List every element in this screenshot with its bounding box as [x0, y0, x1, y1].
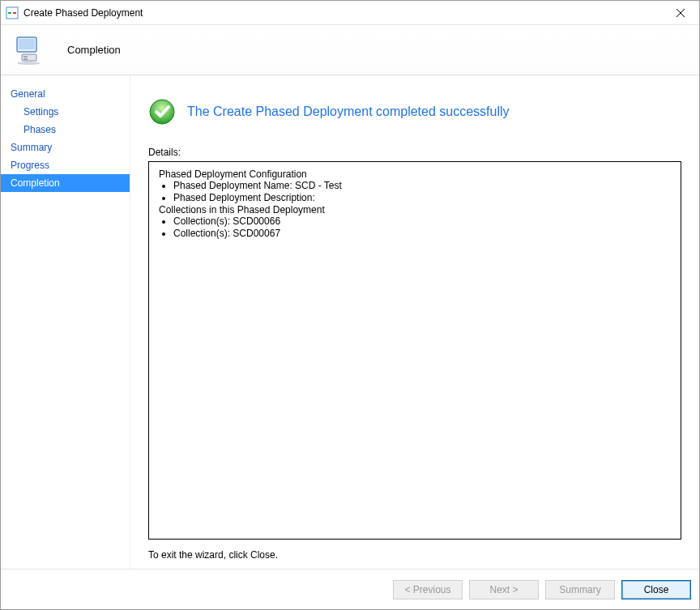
window-title: Create Phased Deployment	[23, 7, 143, 19]
details-collection-1: Collection(s): SCD00066	[173, 215, 671, 228]
previous-button: < Previous	[393, 580, 463, 599]
details-box[interactable]: Phased Deployment Configuration Phased D…	[148, 161, 681, 540]
details-config-header: Phased Deployment Configuration	[159, 168, 671, 180]
footer: < Previous Next > Summary Close	[1, 569, 699, 609]
sidebar-item-phases[interactable]: Phases	[1, 121, 130, 139]
close-icon	[677, 9, 685, 17]
titlebar: Create Phased Deployment	[1, 1, 699, 25]
details-desc-line: Phased Deployment Description:	[173, 192, 671, 204]
svg-point-10	[17, 62, 40, 65]
sidebar-item-completion[interactable]: Completion	[1, 174, 130, 192]
app-icon	[6, 6, 19, 19]
sidebar-item-settings[interactable]: Settings	[1, 103, 130, 121]
exit-hint: To exit the wizard, click Close.	[148, 549, 681, 561]
svg-rect-1	[8, 12, 11, 14]
details-collections-header: Collections in this Phased Deployment	[159, 204, 671, 215]
details-label: Details:	[148, 147, 681, 158]
svg-rect-2	[13, 12, 16, 14]
sidebar-item-progress[interactable]: Progress	[1, 156, 130, 174]
status-text: The Create Phased Deployment completed s…	[187, 105, 510, 119]
computer-icon	[12, 32, 48, 68]
summary-button: Summary	[545, 580, 615, 599]
window-close-button[interactable]	[662, 1, 699, 25]
status-row: The Create Phased Deployment completed s…	[148, 98, 681, 126]
main-panel: The Create Phased Deployment completed s…	[130, 75, 699, 569]
details-collection-2: Collection(s): SCD00067	[173, 228, 671, 240]
details-name-line: Phased Deployment Name: SCD - Test	[173, 180, 671, 192]
close-button[interactable]: Close	[621, 580, 691, 599]
svg-rect-8	[23, 56, 28, 58]
sidebar-item-general[interactable]: General	[1, 85, 130, 103]
next-button: Next >	[469, 580, 539, 599]
svg-rect-6	[19, 39, 35, 49]
svg-rect-9	[23, 58, 28, 60]
sidebar: GeneralSettingsPhasesSummaryProgressComp…	[1, 75, 130, 569]
header-title: Completion	[67, 44, 121, 56]
header: Completion	[1, 25, 699, 75]
sidebar-item-summary[interactable]: Summary	[1, 139, 130, 156]
success-check-icon	[148, 98, 176, 126]
